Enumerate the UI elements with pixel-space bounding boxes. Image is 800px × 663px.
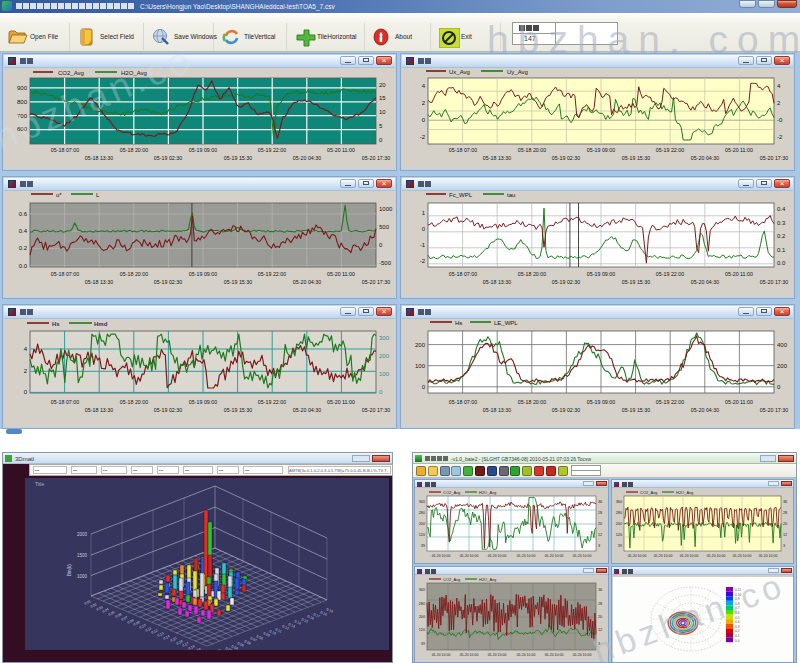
svg-text:05-18 07:00: 05-18 07:00 xyxy=(449,147,477,153)
svg-text:05-19 09:00: 05-19 09:00 xyxy=(587,399,615,405)
svg-text:H2O_Avg: H2O_Avg xyxy=(676,490,693,495)
svg-text:0.3: 0.3 xyxy=(735,625,740,629)
svg-text:05-19 09:00: 05-19 09:00 xyxy=(189,147,217,153)
svg-text:05-18 20:00: 05-18 20:00 xyxy=(120,147,148,153)
svg-text:200: 200 xyxy=(419,615,425,619)
svg-text:05-19 09:00: 05-19 09:00 xyxy=(189,399,217,405)
svg-text:H2O_Avg: H2O_Avg xyxy=(479,490,496,495)
svg-text:05-19 09:00: 05-19 09:00 xyxy=(587,271,615,277)
svg-text:300: 300 xyxy=(379,335,390,341)
svg-text:3: 3 xyxy=(598,544,600,548)
svg-text:-0: -0 xyxy=(777,117,783,123)
svg-text:1500: 1500 xyxy=(77,553,88,558)
svg-text:05-20 11:00: 05-20 11:00 xyxy=(327,147,355,153)
svg-text:Uy_Avg: Uy_Avg xyxy=(507,69,528,75)
svg-text:120: 120 xyxy=(419,628,425,632)
svg-text:39: 39 xyxy=(421,642,425,646)
svg-text:0.15: 0.15 xyxy=(301,617,309,624)
svg-text:05-20 10:00: 05-20 10:00 xyxy=(488,653,507,657)
svg-text:05-20 10:00: 05-20 10:00 xyxy=(545,653,564,657)
svg-text:05-20 17:30: 05-20 17:30 xyxy=(362,279,390,285)
svg-text:360: 360 xyxy=(419,500,425,504)
svg-text:280: 280 xyxy=(419,511,425,515)
svg-text:200: 200 xyxy=(419,522,425,526)
svg-text:4: 4 xyxy=(422,83,426,89)
svg-text:3: 3 xyxy=(783,544,785,548)
svg-text:0: 0 xyxy=(777,384,781,390)
svg-text:Hs: Hs xyxy=(455,320,462,326)
svg-text:-1: -1 xyxy=(420,242,426,248)
svg-text:-500: -500 xyxy=(379,260,392,266)
svg-text:CO2_Avg: CO2_Avg xyxy=(443,577,460,582)
svg-text:05-20 04:30: 05-20 04:30 xyxy=(293,155,321,161)
svg-text:05-20 10:00: 05-20 10:00 xyxy=(517,554,536,558)
svg-text:05-18 07:00: 05-18 07:00 xyxy=(51,147,79,153)
svg-text:10: 10 xyxy=(379,109,386,115)
svg-text:0: 0 xyxy=(379,389,383,395)
svg-text:05-20 04:30: 05-20 04:30 xyxy=(293,407,321,413)
svg-text:20: 20 xyxy=(598,522,602,526)
svg-text:120: 120 xyxy=(419,533,425,537)
svg-text:0.0: 0.0 xyxy=(735,639,740,643)
svg-text:05-19 02:30: 05-19 02:30 xyxy=(154,407,182,413)
svg-text:05-20 10:00: 05-20 10:00 xyxy=(517,653,536,657)
svg-text:05-19 02:30: 05-19 02:30 xyxy=(552,279,580,285)
svg-text:1: 1 xyxy=(422,210,426,216)
svg-text:CO2_Avg: CO2_Avg xyxy=(58,70,84,76)
svg-text:20: 20 xyxy=(379,82,386,88)
svg-text:05-19 15:30: 05-19 15:30 xyxy=(224,279,252,285)
svg-text:05-19 22:00: 05-19 22:00 xyxy=(656,147,684,153)
svg-text:12: 12 xyxy=(598,533,602,537)
svg-text:05-18 20:00: 05-18 20:00 xyxy=(518,399,546,405)
svg-text:Ux_Avg: Ux_Avg xyxy=(449,69,470,75)
svg-text:0.0: 0.0 xyxy=(777,260,786,266)
svg-text:0: 0 xyxy=(24,389,28,395)
svg-text:05-20 10:00: 05-20 10:00 xyxy=(680,554,699,558)
svg-text:05-20 04:30: 05-20 04:30 xyxy=(691,279,719,285)
svg-text:05-19 15:30: 05-19 15:30 xyxy=(224,155,252,161)
svg-text:200: 200 xyxy=(777,363,788,369)
svg-text:Hmd: Hmd xyxy=(94,321,108,327)
svg-text:05-18 13:30: 05-18 13:30 xyxy=(85,279,113,285)
svg-text:05-18 13:30: 05-18 13:30 xyxy=(483,407,511,413)
svg-text:05-18 07:00: 05-18 07:00 xyxy=(449,399,477,405)
svg-text:2: 2 xyxy=(422,100,426,106)
svg-text:05-20 11:00: 05-20 11:00 xyxy=(725,147,753,153)
svg-text:05-20 04:30: 05-20 04:30 xyxy=(691,155,719,161)
svg-text:100: 100 xyxy=(415,363,426,369)
svg-text:0.6: 0.6 xyxy=(19,211,28,217)
svg-text:-2: -2 xyxy=(420,134,426,140)
svg-text:2: 2 xyxy=(24,368,28,374)
svg-text:05-20 10:00: 05-20 10:00 xyxy=(460,554,479,558)
svg-text:05-18 20:00: 05-18 20:00 xyxy=(120,271,148,277)
svg-text:05-19 22:00: 05-19 22:00 xyxy=(258,399,286,405)
svg-text:360: 360 xyxy=(419,588,425,592)
svg-text:0.06: 0.06 xyxy=(244,639,252,646)
svg-text:05-20 10:00: 05-20 10:00 xyxy=(628,554,647,558)
svg-text:0.1: 0.1 xyxy=(735,634,740,638)
svg-text:2000: 2000 xyxy=(77,532,88,537)
svg-text:Fc_WPL: Fc_WPL xyxy=(449,192,473,198)
svg-text:05-19 09:00: 05-19 09:00 xyxy=(587,147,615,153)
svg-text:05-20 11:00: 05-20 11:00 xyxy=(327,399,355,405)
svg-text:0: 0 xyxy=(379,242,383,248)
svg-text:CO2_Avg: CO2_Avg xyxy=(640,490,657,495)
svg-text:05-20 10:00: 05-20 10:00 xyxy=(733,554,752,558)
svg-text:Hs: Hs xyxy=(52,321,60,327)
svg-text:05-18 13:30: 05-18 13:30 xyxy=(483,279,511,285)
svg-text:0.4: 0.4 xyxy=(19,228,28,234)
svg-text:280: 280 xyxy=(616,511,622,515)
svg-text:0.4: 0.4 xyxy=(777,206,786,212)
svg-text:200: 200 xyxy=(379,353,390,359)
svg-text:2: 2 xyxy=(777,100,781,106)
svg-text:05-19 09:00: 05-19 09:00 xyxy=(189,271,217,277)
svg-text:900: 900 xyxy=(17,85,28,91)
svg-text:Bin(k): Bin(k) xyxy=(67,564,72,576)
svg-text:36: 36 xyxy=(783,500,787,504)
svg-text:CO2_Avg: CO2_Avg xyxy=(443,490,460,495)
svg-text:05-18 07:00: 05-18 07:00 xyxy=(51,271,79,277)
svg-text:05-18 13:30: 05-18 13:30 xyxy=(483,155,511,161)
svg-text:1000: 1000 xyxy=(77,574,88,579)
svg-text:0: 0 xyxy=(422,384,426,390)
svg-text:05-18 20:00: 05-18 20:00 xyxy=(518,271,546,277)
